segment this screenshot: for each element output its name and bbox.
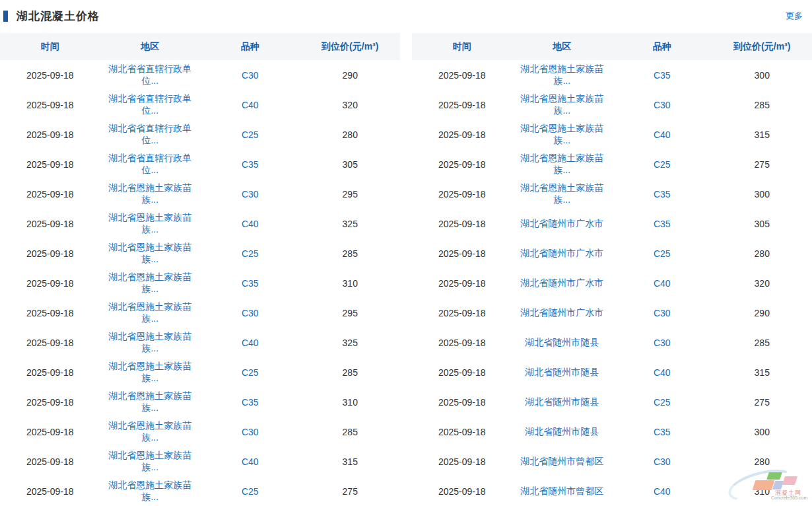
grade-link[interactable]: C35 (612, 427, 712, 437)
grade-link[interactable]: C30 (612, 456, 712, 467)
region-link[interactable]: 湖北省恩施土家族苗族... (100, 361, 201, 384)
grade-link[interactable]: C30 (612, 338, 712, 348)
region-link[interactable]: 湖北省恩施土家族苗族... (100, 480, 201, 503)
section-header: 湖北混凝土价格 更多 (0, 0, 812, 28)
cell-date: 2025-09-18 (0, 486, 100, 497)
cell-date: 2025-09-18 (412, 70, 512, 81)
grade-link[interactable]: C25 (200, 486, 300, 497)
grade-link[interactable]: C30 (200, 427, 300, 437)
region-link[interactable]: 湖北省恩施土家族苗族... (100, 182, 201, 206)
region-link[interactable]: 湖北省随州市广水市 (512, 277, 613, 289)
grade-link[interactable]: C35 (200, 159, 300, 170)
table-row: 2025-09-18 湖北省恩施土家族苗族... C35 300 (412, 60, 812, 90)
cell-date: 2025-09-18 (0, 367, 100, 378)
grade-link[interactable]: C40 (612, 278, 712, 289)
table-row: 2025-09-18 湖北省恩施土家族苗族... C25 275 (0, 476, 400, 506)
grade-link[interactable]: C35 (200, 278, 300, 289)
region-link[interactable]: 湖北省随州市广水市 (512, 218, 613, 230)
price-table-right: 时间 地区 品种 到位价(元/m³) 2025-09-18 湖北省恩施土家族苗族… (412, 33, 812, 506)
cell-date: 2025-09-18 (412, 278, 512, 289)
grade-link[interactable]: C25 (612, 248, 712, 259)
table-row: 2025-09-18 湖北省恩施土家族苗族... C40 315 (412, 120, 812, 149)
region-link[interactable]: 湖北省恩施土家族苗族... (100, 331, 201, 355)
cell-price: 310 (300, 397, 401, 408)
grade-link[interactable]: C35 (200, 397, 300, 408)
region-link[interactable]: 湖北省恩施土家族苗族... (512, 123, 613, 147)
region-link[interactable]: 湖北省随州市随县 (512, 337, 613, 349)
cell-price: 285 (300, 367, 401, 378)
region-link[interactable]: 湖北省随州市随县 (512, 426, 613, 438)
cell-price: 325 (300, 338, 401, 348)
price-tables: 时间 地区 品种 到位价(元/m³) 2025-09-18 湖北省省直辖行政单位… (0, 28, 812, 506)
grade-link[interactable]: C35 (612, 219, 712, 229)
cell-date: 2025-09-18 (0, 70, 100, 81)
region-link[interactable]: 湖北省随州市曾都区 (512, 456, 613, 468)
grade-link[interactable]: C25 (612, 397, 712, 408)
region-link[interactable]: 湖北省恩施土家族苗族... (100, 301, 201, 325)
more-link[interactable]: 更多 (786, 10, 803, 22)
region-link[interactable]: 湖北省随州市随县 (512, 396, 613, 408)
grade-link[interactable]: C25 (612, 159, 712, 170)
grade-link[interactable]: C40 (200, 100, 300, 110)
region-link[interactable]: 湖北省随州市曾都区 (512, 486, 613, 497)
region-link[interactable]: 湖北省恩施土家族苗族... (100, 212, 201, 236)
table-row: 2025-09-18 湖北省随州市随县 C40 315 (412, 357, 812, 387)
region-link[interactable]: 湖北省省直辖行政单位... (100, 153, 201, 176)
grade-link[interactable]: C35 (612, 189, 712, 199)
region-link[interactable]: 湖北省恩施土家族苗族... (100, 271, 201, 295)
cell-date: 2025-09-18 (0, 427, 100, 437)
table-row: 2025-09-18 湖北省省直辖行政单位... C25 280 (0, 120, 400, 149)
region-link[interactable]: 湖北省恩施土家族苗族... (512, 153, 613, 176)
column-header-grade: 品种 (612, 41, 712, 53)
grade-link[interactable]: C40 (612, 129, 712, 140)
grade-link[interactable]: C40 (200, 338, 300, 348)
cell-price: 280 (300, 129, 401, 140)
region-link[interactable]: 湖北省恩施土家族苗族... (512, 182, 613, 206)
region-link[interactable]: 湖北省恩施土家族苗族... (512, 93, 613, 117)
grade-link[interactable]: C40 (612, 486, 712, 497)
grade-link[interactable]: C40 (200, 219, 300, 229)
cell-price: 295 (300, 189, 401, 199)
grade-link[interactable]: C30 (200, 189, 300, 199)
region-link[interactable]: 湖北省恩施土家族苗族... (100, 390, 201, 414)
cell-date: 2025-09-18 (0, 159, 100, 170)
region-link[interactable]: 湖北省恩施土家族苗族... (100, 450, 201, 474)
cell-price: 275 (712, 159, 812, 170)
table-row: 2025-09-18 湖北省随州市广水市 C35 305 (412, 209, 812, 238)
column-header-region: 地区 (512, 41, 613, 53)
table-row: 2025-09-18 湖北省随州市随县 C35 300 (412, 417, 812, 447)
cell-date: 2025-09-18 (0, 397, 100, 408)
column-header-grade: 品种 (200, 41, 300, 53)
grade-link[interactable]: C30 (612, 100, 712, 110)
cell-date: 2025-09-18 (0, 100, 100, 110)
table-row: 2025-09-18 湖北省恩施土家族苗族... C40 315 (0, 447, 400, 476)
region-link[interactable]: 湖北省随州市广水市 (512, 248, 613, 260)
region-link[interactable]: 湖北省随州市随县 (512, 367, 613, 379)
table-row: 2025-09-18 湖北省随州市广水市 C25 280 (412, 238, 812, 268)
grade-link[interactable]: C25 (200, 367, 300, 378)
grade-link[interactable]: C30 (200, 70, 300, 81)
cell-date: 2025-09-18 (412, 486, 512, 497)
grade-link[interactable]: C40 (200, 456, 300, 467)
table-row: 2025-09-18 湖北省恩施土家族苗族... C30 285 (412, 90, 812, 120)
table-row: 2025-09-18 湖北省恩施土家族苗族... C30 295 (0, 179, 400, 209)
region-link[interactable]: 湖北省恩施土家族苗族... (100, 242, 201, 266)
grade-link[interactable]: C25 (200, 248, 300, 259)
grade-link[interactable]: C30 (612, 308, 712, 318)
grade-link[interactable]: C35 (612, 70, 712, 81)
grade-link[interactable]: C30 (200, 308, 300, 318)
region-link[interactable]: 湖北省省直辖行政单位... (100, 63, 201, 87)
region-link[interactable]: 湖北省省直辖行政单位... (100, 93, 201, 117)
region-link[interactable]: 湖北省随州市广水市 (512, 307, 613, 319)
cell-price: 315 (712, 367, 812, 378)
cell-date: 2025-09-18 (0, 129, 100, 140)
page-title: 湖北混凝土价格 (17, 9, 100, 24)
region-link[interactable]: 湖北省恩施土家族苗族... (100, 420, 201, 444)
grade-link[interactable]: C25 (200, 129, 300, 140)
cell-price: 275 (712, 397, 812, 408)
grade-link[interactable]: C40 (612, 367, 712, 378)
region-link[interactable]: 湖北省省直辖行政单位... (100, 123, 201, 147)
cell-price: 285 (300, 427, 401, 437)
cell-date: 2025-09-18 (412, 219, 512, 229)
region-link[interactable]: 湖北省恩施土家族苗族... (512, 63, 613, 87)
